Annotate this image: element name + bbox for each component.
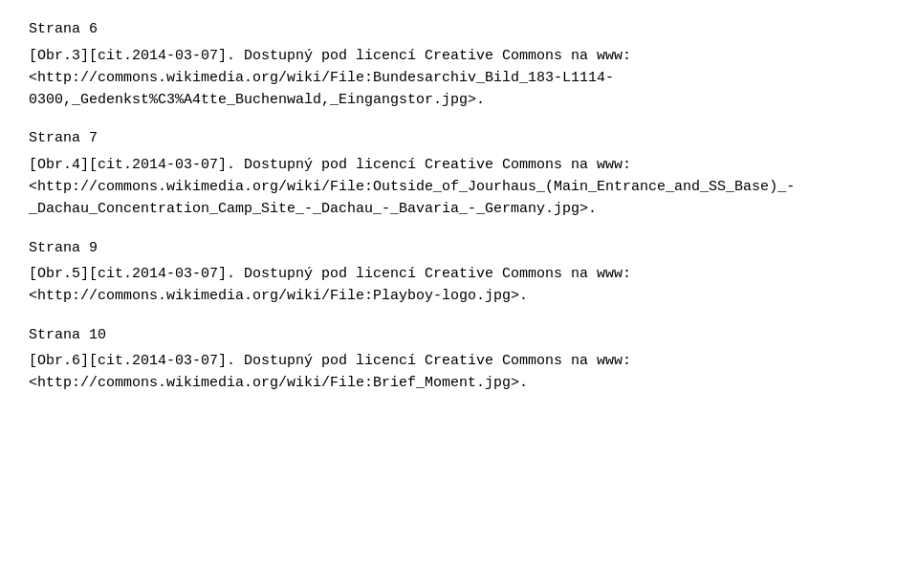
section-strana10: Strana 10[Obr.6][cit.2014-03-07]. Dostup… bbox=[29, 325, 889, 395]
citation-strana6-0: [Obr.3][cit.2014-03-07]. Dostupný pod li… bbox=[29, 45, 889, 112]
section-strana7: Strana 7[Obr.4][cit.2014-03-07]. Dostupn… bbox=[29, 128, 889, 220]
page-content: Strana 6[Obr.3][cit.2014-03-07]. Dostupn… bbox=[29, 19, 889, 395]
section-strana9: Strana 9[Obr.5][cit.2014-03-07]. Dostupn… bbox=[29, 238, 889, 308]
citation-strana10-0: [Obr.6][cit.2014-03-07]. Dostupný pod li… bbox=[29, 350, 889, 395]
section-strana6: Strana 6[Obr.3][cit.2014-03-07]. Dostupn… bbox=[29, 19, 889, 111]
section-heading-strana10: Strana 10 bbox=[29, 325, 889, 347]
citation-strana9-0: [Obr.5][cit.2014-03-07]. Dostupný pod li… bbox=[29, 263, 889, 308]
citation-strana7-0: [Obr.4][cit.2014-03-07]. Dostupný pod li… bbox=[29, 154, 889, 221]
section-heading-strana7: Strana 7 bbox=[29, 128, 889, 150]
section-heading-strana6: Strana 6 bbox=[29, 19, 889, 41]
section-heading-strana9: Strana 9 bbox=[29, 238, 889, 260]
